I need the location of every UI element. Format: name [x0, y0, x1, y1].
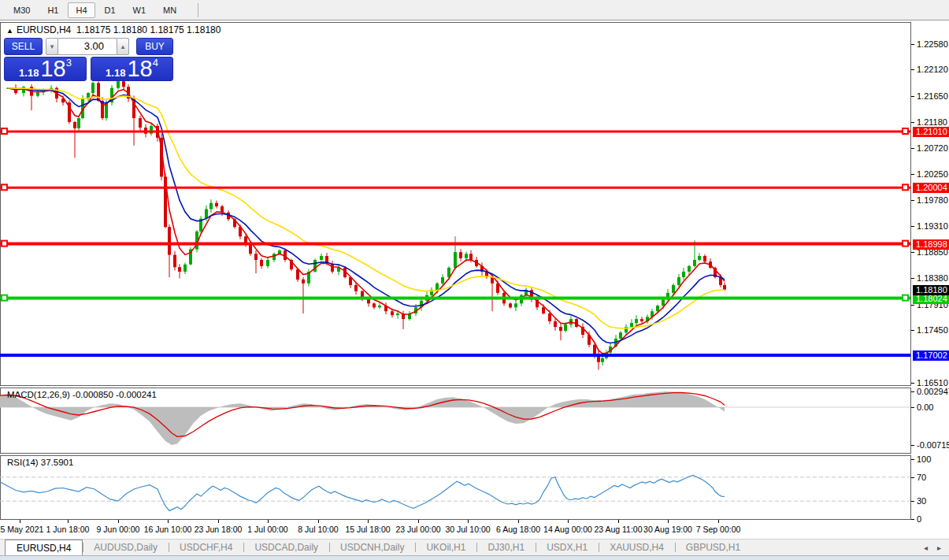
scale-tick-label: 0: [911, 514, 949, 525]
time-tick-label: 8 Jul 10:00: [298, 525, 338, 534]
collapse-chart-icon[interactable]: ▲: [6, 27, 13, 35]
chart-tab-gbpusd-h1[interactable]: GBPUSD,H1: [675, 540, 751, 555]
scale-tick-label: 70: [911, 473, 949, 483]
scale-tick-label: 0.002947: [911, 387, 949, 397]
volume-decrease-button[interactable]: ▾: [46, 38, 58, 55]
timeframe-button-h1[interactable]: H1: [39, 2, 66, 18]
tick-mark: [911, 96, 914, 97]
bottom-scroll-strip: [0, 555, 949, 560]
scale-tick-label: 1.20250: [911, 169, 949, 180]
trading-terminal-window: { "toolbar": { "timeframes": ["M30","H1"…: [0, 0, 949, 560]
time-tick-label: 30 Jul 10:00: [445, 525, 490, 534]
tick-mark: [911, 391, 914, 392]
chart-ohlc-values: 1.18175 1.18180 1.18175 1.18180: [76, 24, 221, 35]
rsi-chart[interactable]: [0, 455, 911, 523]
chart-ohlc-header: ▲EURUSD,H4 1.18175 1.18180 1.18175 1.181…: [6, 24, 221, 35]
one-click-trade-panel: SELL ▾ ▴ BUY 1.18 18 3 1.18 18 4: [4, 37, 173, 81]
timeframe-button-mn[interactable]: MN: [155, 2, 184, 18]
tick-mark: [911, 69, 914, 70]
hline-price-flag: 1.17002: [913, 350, 949, 361]
tick-mark: [911, 330, 914, 331]
chart-tabs-bar: EURUSD,H4AUDUSD,DailyUSDCHF,H4USDCAD,Dai…: [0, 539, 949, 555]
tick-mark: [911, 278, 914, 279]
time-tick-label: 30 Aug 19:00: [643, 525, 692, 534]
timeframe-button-h4[interactable]: H4: [68, 2, 95, 18]
chart-tab-dj30-h1[interactable]: DJ30,H1: [476, 540, 536, 555]
tick-mark: [911, 122, 914, 123]
toolbar-separator: [198, 3, 198, 17]
macd-label: MACD(12,26,9) -0.000850 -0.000241: [7, 390, 157, 399]
scale-tick-label: 1.20720: [911, 143, 949, 154]
time-tick-label: 23 Jul 00:00: [395, 525, 440, 534]
tick-mark: [911, 445, 914, 446]
scale-tick-label: 1.19780: [911, 195, 949, 206]
timeframe-button-d1[interactable]: D1: [97, 2, 124, 18]
tick-mark: [911, 44, 914, 45]
hline-price-flag: 1.18998: [913, 239, 949, 250]
price-scale[interactable]: 1.225801.221201.216501.211801.207201.202…: [911, 0, 949, 554]
time-tick-label: 23 Jun 18:00: [195, 525, 243, 534]
tick-mark: [911, 226, 914, 227]
tick-mark: [911, 174, 914, 175]
scale-tick-label: 30: [911, 496, 949, 506]
sell-price-pipette: 3: [66, 58, 72, 68]
scale-tick-label: -0.007151: [911, 440, 949, 451]
tick-mark: [911, 383, 914, 384]
sell-price-display[interactable]: 1.18 18 3: [4, 57, 87, 81]
tick-mark: [911, 459, 914, 460]
chart-tab-audusd-daily[interactable]: AUDUSD,Daily: [83, 540, 169, 555]
buy-button[interactable]: BUY: [136, 38, 173, 55]
rsi-label: RSI(14) 37.5901: [7, 458, 73, 467]
timeframe-toolbar: M30H1H4D1W1MN: [0, 0, 949, 20]
chart-tab-usdchf-h4[interactable]: USDCHF,H4: [169, 540, 243, 555]
volume-input[interactable]: [58, 38, 117, 55]
sell-button[interactable]: SELL: [4, 38, 43, 55]
buy-price-display[interactable]: 1.18 18 4: [91, 57, 173, 81]
tick-mark: [911, 200, 914, 201]
scale-tick-label: 1.22120: [911, 65, 949, 75]
arrow-down-icon: ▾: [50, 43, 54, 50]
hline-price-flag: 1.21010: [913, 127, 949, 137]
time-tick-label: 15 Jul 18:00: [345, 525, 390, 534]
time-tick-label: 1 Jun 18:00: [46, 525, 90, 534]
time-tick-label: 14 Aug 00:00: [543, 525, 592, 534]
scale-tick-label: 0.00: [911, 402, 949, 413]
tick-mark: [911, 519, 914, 520]
tick-mark: [911, 305, 914, 306]
tick-mark: [911, 407, 914, 408]
arrow-up-icon: ▴: [121, 43, 125, 50]
time-tick-label: 9 Jun 00:00: [97, 525, 140, 534]
scale-tick-label: 1.22580: [911, 39, 949, 50]
timeframe-button-w1[interactable]: W1: [125, 2, 154, 18]
tick-mark: [911, 501, 914, 502]
buy-price-prefix: 1.18: [106, 66, 125, 80]
chart-tab-usdx-h1[interactable]: USDX,H1: [536, 540, 599, 555]
chart-tab-ukoil-h1[interactable]: UKOil,H1: [415, 540, 476, 555]
sell-price-prefix: 1.18: [19, 66, 39, 80]
timeframe-button-m30[interactable]: M30: [6, 2, 38, 18]
scale-tick-label: 1.19310: [911, 221, 949, 232]
tick-mark: [911, 477, 914, 478]
buy-price-pipette: 4: [153, 58, 158, 68]
chart-tab-usdcnh-daily[interactable]: USDCNH,Daily: [329, 540, 415, 555]
time-tick-label: 1 Jul 00:00: [247, 525, 287, 534]
time-tick-label: 23 Aug 11:00: [594, 525, 642, 534]
scale-tick-label: 1.18380: [911, 273, 949, 284]
chart-tab-xauusd-h4[interactable]: XAUUSD,H4: [599, 540, 675, 555]
time-tick-label: 7 Sep 00:00: [696, 525, 741, 534]
chart-tab-eurusd-h4[interactable]: EURUSD,H4: [5, 540, 83, 555]
buy-price-big-digits: 18: [127, 58, 152, 80]
volume-increase-button[interactable]: ▴: [117, 38, 129, 55]
tick-mark: [911, 252, 914, 253]
scale-tick-label: 1.21650: [911, 91, 949, 102]
scale-tick-label: 1.17450: [911, 325, 949, 336]
tick-mark: [911, 148, 914, 149]
sell-price-big-digits: 18: [40, 58, 65, 80]
hline-price-flag: 1.20004: [913, 183, 949, 193]
time-tick-label: 6 Aug 18:00: [496, 525, 540, 534]
current-price-flag: 1.18180: [913, 285, 949, 295]
chart-tab-usdcad-daily[interactable]: USDCAD,Daily: [243, 540, 329, 555]
scale-tick-label: 1.21180: [911, 117, 949, 128]
scale-tick-label: 100: [911, 454, 949, 465]
time-tick-label: 16 Jun 10:00: [144, 525, 192, 534]
